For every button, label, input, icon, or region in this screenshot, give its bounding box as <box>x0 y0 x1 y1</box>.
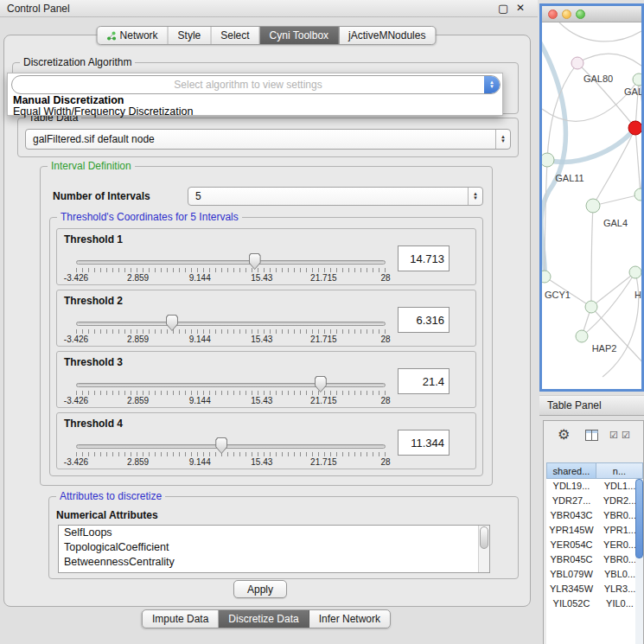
network-node-label: GAL11 <box>555 173 583 183</box>
close-icon[interactable]: ✕ <box>516 2 525 14</box>
threshold-slider[interactable]: -3.426 2.859 9.144 15.43 21.715 28 <box>76 374 386 407</box>
tick-label: 28 <box>380 335 390 344</box>
network-node[interactable] <box>634 188 641 201</box>
tab-network[interactable]: Network <box>98 27 169 44</box>
network-node[interactable] <box>542 153 554 167</box>
tick-label: 28 <box>380 457 390 467</box>
network-node[interactable] <box>629 266 641 278</box>
tab-style[interactable]: Style <box>169 27 212 44</box>
list-item[interactable]: SelfLoops <box>59 526 489 540</box>
network-edge <box>547 128 635 162</box>
table-header-row: shared... n... <box>546 462 643 479</box>
combobox-stepper[interactable]: ▲ ▼ <box>495 130 510 149</box>
threshold-slider[interactable]: -3.426 2.859 9.144 15.43 21.715 28 <box>76 252 386 284</box>
slider-track <box>76 444 386 449</box>
slider-tick-labels: -3.426 2.859 9.144 15.43 21.715 28 <box>76 457 386 468</box>
network-node[interactable] <box>542 271 551 283</box>
scrollbar-thumb[interactable] <box>480 526 488 549</box>
network-node[interactable] <box>576 330 588 342</box>
column-header[interactable]: n... <box>596 462 643 479</box>
gear-icon[interactable]: ⚙ <box>558 426 570 443</box>
network-node[interactable] <box>585 301 597 313</box>
scrollbar-thumb[interactable] <box>635 479 643 558</box>
combobox-stepper[interactable]: ▲ ▼ <box>484 76 500 93</box>
attributes-to-discretize-group: Attributes to discretize Numerical Attri… <box>48 496 519 579</box>
threshold-value-input[interactable] <box>398 245 450 271</box>
table-row[interactable]: YER054CYER0... <box>546 538 643 552</box>
zoom-traffic-light[interactable] <box>576 10 585 19</box>
network-node[interactable] <box>633 73 641 86</box>
table-row[interactable]: YBR043CYBR0... <box>546 508 643 523</box>
checkbox-icon[interactable]: ☑ <box>609 430 618 441</box>
top-tab-bar: Network Style Select Cyni Toolbox jActiv… <box>97 26 437 45</box>
network-window-titlebar[interactable] <box>542 6 641 22</box>
tab-cyni-toolbox[interactable]: Cyni Toolbox <box>260 27 339 44</box>
table-data-combobox[interactable]: galFiltered.sif default node ▲ ▼ <box>25 129 511 150</box>
apply-button[interactable]: Apply <box>233 580 287 598</box>
menu-item-manual-discretization[interactable]: Manual Discretization <box>13 94 124 106</box>
tab-label: Cyni Toolbox <box>270 29 328 41</box>
network-node[interactable] <box>586 199 600 213</box>
checkbox-icon[interactable]: ☑ <box>622 430 630 441</box>
table-row[interactable]: YBL079WYBL0... <box>546 567 643 582</box>
threshold-slider[interactable]: -3.426 2.859 9.144 15.43 21.715 28 <box>76 313 386 346</box>
algorithm-dropdown-popup: Select algorithm to view settings ▲ ▼ Ma… <box>7 73 503 116</box>
close-traffic-light[interactable] <box>548 10 558 19</box>
threshold-slider[interactable]: -3.426 2.859 9.144 15.43 21.715 28 <box>76 436 386 469</box>
numerical-attributes-list[interactable]: SelfLoops TopologicalCoefficient Between… <box>58 525 490 573</box>
network-node-highlight[interactable] <box>628 121 641 135</box>
network-node-label: H <box>634 290 641 300</box>
tick-label: -3.426 <box>64 273 88 283</box>
network-canvas[interactable]: GAL80GALGAL11GAL4GCY1HHAP2 <box>542 22 641 389</box>
algorithm-combobox[interactable]: Select algorithm to view settings ▲ ▼ <box>11 75 501 94</box>
numerical-attributes-label: Numerical Attributes <box>56 509 158 521</box>
column-header[interactable]: shared... <box>546 462 596 479</box>
tick-label: 15.43 <box>251 273 272 283</box>
combobox-stepper[interactable]: ▲ ▼ <box>468 188 482 205</box>
tick-label: 2.859 <box>127 396 149 405</box>
list-scrollbar[interactable] <box>478 526 489 572</box>
tab-infer-network[interactable]: Infer Network <box>309 610 390 628</box>
group-title: Discretization Algorithm <box>20 56 135 68</box>
slider-track <box>76 260 386 265</box>
slider-thumb[interactable] <box>315 376 327 392</box>
tab-impute-data[interactable]: Impute Data <box>143 610 219 628</box>
tick-label: -3.426 <box>64 396 88 405</box>
network-edge <box>635 128 641 194</box>
list-item[interactable]: TopologicalCoefficient <box>59 540 489 555</box>
slider-thumb[interactable] <box>215 437 227 454</box>
threshold-value-input[interactable] <box>398 430 450 456</box>
table-cell: YBR043C <box>546 508 596 523</box>
menu-item-equal-width-frequency[interactable]: Equal Width/Frequency Discretization <box>13 105 193 118</box>
number-of-intervals-combobox[interactable]: 5 ▲ ▼ <box>188 187 483 206</box>
float-window-icon[interactable]: ▢ <box>498 2 508 15</box>
table-row[interactable]: YDR27...YDR2... <box>546 494 643 508</box>
threshold-value-input[interactable] <box>398 307 450 333</box>
tab-select[interactable]: Select <box>211 27 259 44</box>
table-row[interactable]: YLR345WYLR3... <box>546 582 643 596</box>
minimize-traffic-light[interactable] <box>562 10 571 19</box>
tab-jactivemnodules[interactable]: jActiveMNodules <box>339 27 435 44</box>
tick-label: 21.715 <box>310 457 337 467</box>
list-item[interactable]: BetweennessCentrality <box>59 555 489 570</box>
slider-thumb[interactable] <box>249 253 261 270</box>
network-edge <box>591 206 593 307</box>
network-edge <box>591 307 641 364</box>
slider-thumb[interactable] <box>166 315 178 331</box>
threshold-value-input[interactable] <box>398 368 450 394</box>
columns-icon[interactable] <box>585 430 598 441</box>
table-row[interactable]: YDL19...YDL1... <box>546 479 643 494</box>
table-body: YDL19...YDL1... YDR27...YDR2... YBR043CY… <box>546 479 643 644</box>
tick-label: 28 <box>380 273 390 283</box>
stepper-down-icon: ▼ <box>473 196 478 201</box>
table-row[interactable]: YBR045CYBR0... <box>546 552 643 567</box>
table-panel-window: ⚙ ☑ ☑ shared... n... YDL19...YDL1... YDR… <box>543 420 644 644</box>
table-row[interactable]: YPR145WYPR1... <box>546 523 643 538</box>
network-node-label: HAP2 <box>592 343 617 354</box>
tick-label: -3.426 <box>64 457 88 467</box>
table-row[interactable]: YIL052CYIL0... <box>546 596 643 611</box>
table-scrollbar[interactable] <box>635 479 643 644</box>
tab-discretize-data[interactable]: Discretize Data <box>219 610 309 628</box>
network-node[interactable] <box>571 57 583 69</box>
network-node-label: GCY1 <box>545 290 571 300</box>
